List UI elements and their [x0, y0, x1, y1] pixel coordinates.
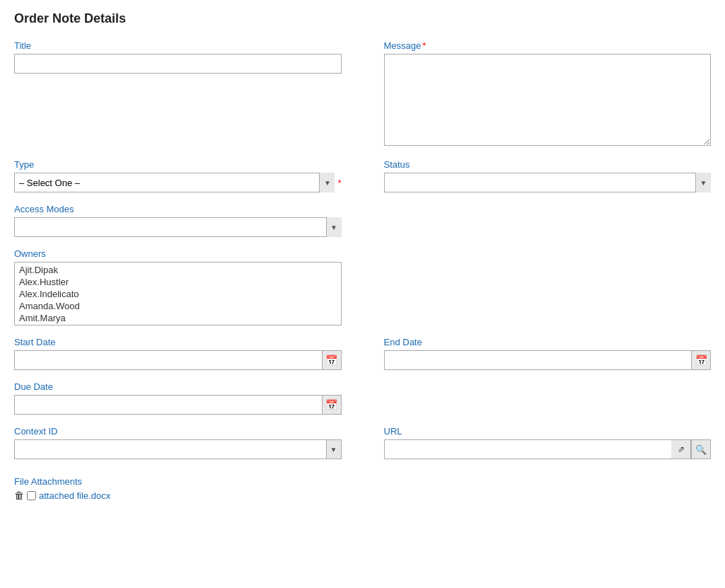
- end-date-label: End Date: [384, 337, 712, 347]
- url-label: URL: [384, 426, 712, 437]
- access-modes-field-group: Access Modes Read Write Read/Write ▼: [14, 204, 342, 237]
- start-date-field-group: Start Date 📅: [14, 337, 342, 370]
- search-icon: 🔍: [695, 444, 707, 455]
- calendar-icon: 📅: [695, 354, 707, 366]
- list-item[interactable]: Alex.Hustler: [15, 276, 341, 288]
- list-item[interactable]: Alex.Indelicato: [15, 288, 341, 300]
- start-date-input[interactable]: [14, 350, 322, 370]
- spacer-access: [384, 204, 712, 248]
- context-id-field-group: Context ID ▼: [14, 426, 342, 459]
- list-item[interactable]: Amit.Marya: [15, 312, 341, 324]
- owners-label: Owners: [14, 248, 342, 259]
- status-field-group: Status Active Inactive Pending ▼: [384, 159, 712, 192]
- type-label: Type: [14, 159, 342, 170]
- title-label: Title: [14, 40, 342, 51]
- file-link[interactable]: attached file.docx: [39, 490, 110, 501]
- file-attachments-section: File Attachments 🗑 attached file.docx: [14, 476, 711, 501]
- start-date-calendar-button[interactable]: 📅: [322, 350, 342, 370]
- spacer-due-date: [384, 381, 712, 426]
- context-id-dropdown-button[interactable]: ▼: [326, 439, 342, 459]
- context-id-input[interactable]: [14, 439, 326, 459]
- due-date-label: Due Date: [14, 381, 342, 392]
- due-date-field-group: Due Date 📅: [14, 381, 342, 415]
- list-item[interactable]: Ajit.Dipak: [15, 264, 341, 276]
- end-date-calendar-button[interactable]: 📅: [691, 350, 711, 370]
- start-date-label: Start Date: [14, 337, 342, 347]
- end-date-field-group: End Date 📅: [384, 337, 712, 370]
- message-textarea[interactable]: [384, 54, 712, 146]
- message-field-group: Message*: [384, 40, 712, 148]
- external-link-icon: ⇗: [678, 444, 685, 454]
- delete-file-button[interactable]: 🗑: [14, 490, 24, 501]
- spacer-owners: [384, 248, 712, 337]
- owners-listbox[interactable]: Ajit.Dipak Alex.Hustler Alex.Indelicato …: [14, 262, 342, 325]
- status-select[interactable]: Active Inactive Pending: [384, 173, 712, 192]
- access-modes-label: Access Modes: [14, 204, 342, 214]
- due-date-input[interactable]: [14, 395, 322, 415]
- url-field-group: URL ⇗ 🔍: [384, 426, 712, 459]
- status-label: Status: [384, 159, 712, 170]
- end-date-input[interactable]: [384, 350, 692, 370]
- type-field-group: Type – Select One – Internal External Pu…: [14, 159, 342, 192]
- url-search-button[interactable]: 🔍: [691, 439, 711, 459]
- access-modes-select[interactable]: Read Write Read/Write: [14, 217, 342, 237]
- due-date-calendar-button[interactable]: 📅: [322, 395, 342, 415]
- title-input[interactable]: [14, 54, 342, 74]
- url-external-link-button[interactable]: ⇗: [671, 439, 691, 459]
- list-item[interactable]: Aaron.Chu: [15, 324, 341, 325]
- file-checkbox[interactable]: [27, 491, 36, 500]
- url-input[interactable]: [384, 439, 672, 459]
- list-item[interactable]: Amanda.Wood: [15, 300, 341, 312]
- type-select[interactable]: – Select One – Internal External Public: [14, 173, 335, 192]
- calendar-icon: 📅: [325, 354, 337, 366]
- calendar-icon: 📅: [325, 399, 337, 410]
- message-label: Message*: [384, 40, 712, 51]
- page-title: Order Note Details: [14, 11, 711, 26]
- file-item: 🗑 attached file.docx: [14, 490, 711, 501]
- file-attachments-label: File Attachments: [14, 476, 711, 487]
- context-id-label: Context ID: [14, 426, 342, 437]
- owners-field-group: Owners Ajit.Dipak Alex.Hustler Alex.Inde…: [14, 248, 342, 325]
- title-field-group: Title: [14, 40, 342, 148]
